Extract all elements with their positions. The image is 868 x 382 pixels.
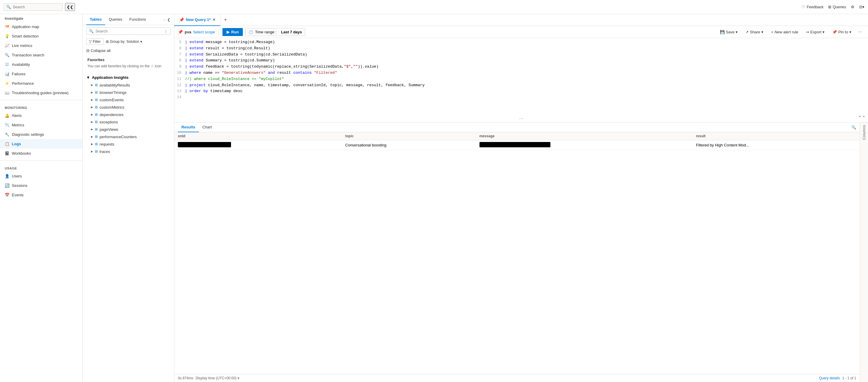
middle-tabs: Tables Queries Functions ··· ❮ (83, 14, 174, 25)
settings-button[interactable]: ⚙ (851, 5, 855, 9)
editor-expand-dots[interactable]: ··· ⌃⌃ (174, 115, 868, 123)
groupby-button[interactable]: ⊞ Group by: Solution ▾ (106, 40, 142, 44)
table-pageViews[interactable]: ▶ ⊞ pageViews (83, 126, 174, 133)
time-range-button[interactable]: 🕐 Time range : Last 7 days (245, 28, 305, 36)
table-customMetrics[interactable]: ▶ ⊞ customMetrics (83, 104, 174, 111)
table-icon: ⊞ (95, 127, 98, 131)
layout-button[interactable]: ⊟▾ (859, 5, 864, 9)
feedback-button[interactable]: ♡ Feedback (802, 5, 824, 9)
pin-to-button[interactable]: 📌 Pin to ▾ (829, 28, 855, 36)
tables-search-input[interactable] (95, 29, 162, 33)
redacted-value (178, 142, 231, 147)
more-actions-button[interactable]: ··· (856, 28, 864, 36)
favorites-title: Favorites (88, 58, 169, 62)
filter-bar: ▽ Filter ⊞ Group by: Solution ▾ (83, 37, 174, 47)
table-icon: ⊞ (95, 83, 98, 87)
tab-chart[interactable]: Chart (199, 123, 215, 132)
save-chevron-down-icon: ▾ (736, 30, 738, 34)
sidebar-item-availability[interactable]: ☑ Availability (0, 60, 83, 69)
sidebar-collapse-button[interactable]: ❮❮ (65, 3, 75, 11)
results-table-wrap: onId topic message result Conversational… (174, 132, 860, 374)
save-icon: 💾 (720, 30, 725, 34)
table-availabilityResults[interactable]: ▶ ⊞ availabilityResults (83, 81, 174, 89)
share-button[interactable]: ↗ Share ▾ (742, 28, 767, 36)
table-exceptions[interactable]: ▶ ⊞ exceptions (83, 118, 174, 126)
sidebar-item-sessions[interactable]: 🔄 Sessions (0, 181, 83, 190)
toolbar: 📌 pva Select scope ▶ Run 🕐 Time range : … (174, 26, 868, 38)
col-header-result[interactable]: result (692, 132, 860, 140)
sidebar-item-troubleshooting[interactable]: 📖 Troubleshooting guides (preview) (0, 88, 83, 97)
query-details-link[interactable]: Query details (819, 376, 840, 380)
sidebar-item-logs[interactable]: 📋 Logs (0, 139, 83, 148)
col-header-message[interactable]: message (476, 132, 692, 140)
table-browserTimings[interactable]: ▶ ⊞ browserTimings (83, 89, 174, 96)
smart-icon: 💡 (5, 34, 9, 38)
table-dependencies[interactable]: ▶ ⊞ dependencies (83, 111, 174, 118)
sidebar-item-alerts[interactable]: 🔔 Alerts (0, 111, 83, 120)
editor-collapse-button[interactable]: ⌃⌃ (858, 115, 866, 120)
workbooks-icon: 📓 (5, 151, 9, 155)
collapse-all-button[interactable]: ⊟ Collapse all (83, 47, 174, 55)
status-bar: 0s 874ms Display time (UTC+00:00) ▾ Quer… (174, 374, 860, 382)
table-customEvents[interactable]: ▶ ⊞ customEvents (83, 96, 174, 104)
chevron-right-icon: ▶ (91, 150, 93, 153)
chevron-right-icon: ▶ (91, 135, 93, 138)
columns-label[interactable]: Columns (862, 125, 866, 140)
new-tab-button[interactable]: + (220, 17, 231, 23)
sidebar-item-events[interactable]: 📅 Events (0, 190, 83, 200)
filter-button[interactable]: ▽ Filter (86, 38, 103, 45)
table-icon: ⊞ (95, 149, 98, 153)
chevron-down-icon: ▾ (140, 40, 142, 44)
sidebar-item-users[interactable]: 👤 Users (0, 171, 83, 181)
table-traces[interactable]: ▶ ⊞ traces (83, 148, 174, 155)
queries-button[interactable]: ⊞ Queries (828, 5, 846, 9)
tab-tables[interactable]: Tables (86, 14, 105, 25)
sidebar-item-application-map[interactable]: 🗺 Application map (0, 22, 83, 31)
sidebar-item-performance[interactable]: ⚡ Performance (0, 78, 83, 88)
table-requests[interactable]: ▶ ⊞ requests (83, 141, 174, 148)
guide-icon: 📖 (5, 90, 9, 95)
table-icon: ⊞ (95, 112, 98, 116)
tab-queries[interactable]: Queries (105, 14, 126, 25)
record-count: 1 - 1 of 1 (842, 376, 856, 380)
cell-message (476, 140, 692, 150)
results-tabs: Results Chart 🔍 (174, 123, 860, 132)
code-editor[interactable]: 5 | extend message = tostring(cd.Message… (174, 38, 868, 115)
result-search-icon[interactable]: 🔍 (851, 125, 856, 130)
export-button[interactable]: ⇒ Export ▾ (803, 28, 828, 36)
app-insights-header[interactable]: ▼ Application Insights (83, 73, 174, 81)
col-header-onId[interactable]: onId (174, 132, 342, 140)
sidebar-item-failures[interactable]: 📊 Failures (0, 69, 83, 78)
sidebar-item-smart-detection[interactable]: 💡 Smart detection (0, 31, 83, 41)
search-icon: 🔍 (6, 5, 11, 9)
close-tab-button[interactable]: ✕ (212, 18, 215, 22)
run-button[interactable]: ▶ Run (222, 28, 243, 36)
sidebar-item-live-metrics[interactable]: 📈 Live metrics (0, 41, 83, 50)
pin-icon: 📌 (832, 30, 837, 34)
tab-pin-icon: 📌 (179, 18, 184, 22)
sidebar-item-transaction-search[interactable]: 🔍 Transaction search (0, 50, 83, 60)
tab-functions[interactable]: Functions (126, 14, 150, 25)
code-line-11: 11 //| where cloud_RoleInstance == "myCo… (174, 76, 868, 82)
more-options-icon[interactable]: ⋮ (164, 29, 168, 33)
col-header-topic[interactable]: topic (342, 132, 476, 140)
code-line-5: 5 | extend message = tostring(cd.Message… (174, 39, 868, 45)
sidebar-item-metrics[interactable]: 📉 Metrics (0, 120, 83, 130)
more-tabs-button[interactable]: ··· ❮ (163, 18, 170, 22)
divider-monitoring (0, 100, 83, 100)
display-time[interactable]: Display time (UTC+00:00) ▾ (195, 376, 239, 380)
tables-search-bar[interactable]: 🔍 ⋮ (86, 28, 170, 35)
export-chevron-down-icon: ▾ (823, 30, 825, 34)
table-performanceCounters[interactable]: ▶ ⊞ performanceCounters (83, 133, 174, 141)
sidebar-item-diagnostic-settings[interactable]: 🔧 Diagnostic settings (0, 130, 83, 139)
select-scope-link[interactable]: Select scope (193, 30, 215, 34)
sidebar-item-workbooks[interactable]: 📓 Workbooks (0, 148, 83, 158)
new-alert-rule-button[interactable]: + New alert rule (768, 28, 802, 36)
query-tab-1[interactable]: 📌 New Query 1* ✕ (174, 14, 220, 26)
top-search-input[interactable] (13, 5, 54, 9)
favorites-section: Favorites You can add favorites by click… (83, 55, 174, 71)
save-button[interactable]: 💾 Save ▾ (717, 28, 741, 36)
top-search-container[interactable]: 🔍 (4, 3, 63, 11)
columns-sidebar[interactable]: Columns (860, 123, 868, 382)
tab-results[interactable]: Results (178, 123, 199, 132)
